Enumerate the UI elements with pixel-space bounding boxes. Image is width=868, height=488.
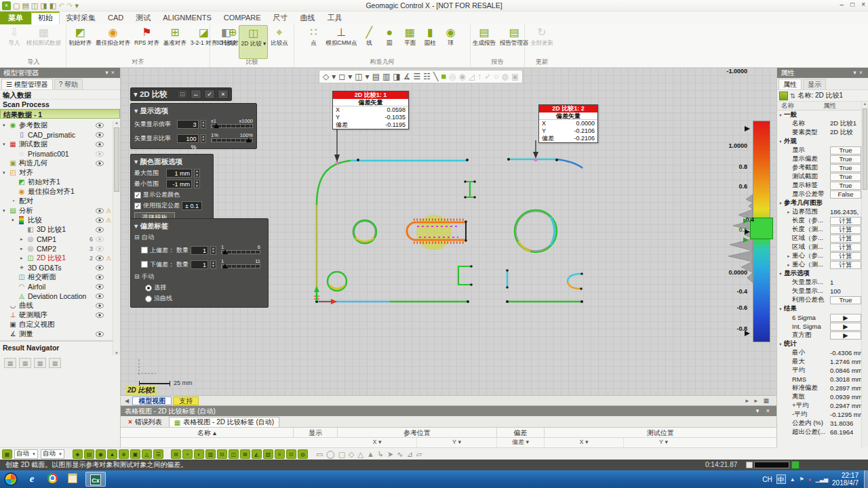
spinner[interactable]: ▴▾ bbox=[201, 120, 206, 129]
tool-icon[interactable]: ◎ bbox=[449, 70, 456, 83]
subcol-y[interactable]: Y ▾ bbox=[417, 438, 497, 448]
property-row[interactable]: 区域（参... 计算 bbox=[777, 234, 863, 243]
visibility-eye-icon[interactable] bbox=[96, 293, 104, 299]
result-navigator-header[interactable]: Result Navigator bbox=[0, 340, 113, 352]
shape-tool-icon[interactable]: ▭ bbox=[315, 449, 323, 459]
properties-header[interactable]: 属性 ▾× bbox=[777, 68, 868, 78]
vector-magnification-input[interactable]: 3 bbox=[177, 120, 199, 129]
notes-icon[interactable] bbox=[65, 473, 80, 485]
color-tool-icon[interactable]: ■ bbox=[441, 70, 446, 83]
property-row[interactable]: ▾ 外观 bbox=[777, 137, 863, 146]
tree-item[interactable]: ▾ 比较 ⚠ bbox=[0, 216, 113, 225]
tool-icon[interactable]: ◉ bbox=[459, 70, 466, 83]
tolerance-arrow-lower[interactable] bbox=[743, 237, 749, 243]
view-cube-icon[interactable]: ◻ bbox=[338, 70, 345, 83]
property-value[interactable]: True bbox=[830, 155, 861, 163]
chrome-icon[interactable] bbox=[45, 473, 60, 485]
clock[interactable]: 22:172018/4/7 bbox=[832, 472, 859, 487]
shape-tool-icon[interactable]: ∿ bbox=[396, 449, 403, 459]
nav-button[interactable]: ▦ bbox=[34, 358, 46, 368]
property-row[interactable]: 显示 True bbox=[777, 146, 863, 155]
expander-icon[interactable]: ▾ bbox=[777, 139, 784, 144]
tab-support[interactable]: 支持 bbox=[173, 396, 199, 405]
tool-icon[interactable]: ▲ bbox=[107, 449, 117, 459]
property-row[interactable]: 标准偏差 0.2897 mm bbox=[777, 384, 863, 392]
ok-check-icon[interactable]: ✓ bbox=[204, 89, 215, 99]
deviation-callout-2[interactable]: 2D 比较1: 2 偏差矢量 X0.0000Y-0.2106偏差-0.2106 bbox=[538, 104, 598, 143]
ribbon-tab[interactable]: 曲线 bbox=[294, 12, 321, 24]
tab-model-view[interactable]: 模型视图 bbox=[132, 396, 172, 405]
tree-item[interactable]: ▣ 自定义视图 ⚠ bbox=[0, 320, 113, 329]
property-value[interactable]: ▶ bbox=[830, 323, 861, 331]
ribbon-button[interactable]: ⚑RPS 对齐 bbox=[133, 25, 161, 59]
tolerance-input[interactable]: ± 0.1 bbox=[182, 201, 202, 210]
select-mode-dropdown[interactable]: ▾ bbox=[332, 70, 336, 83]
lasso-select-icon[interactable]: ◇ bbox=[323, 70, 329, 83]
select-radio[interactable] bbox=[145, 285, 152, 291]
use-specified-tolerance-checkbox[interactable]: ✓ bbox=[134, 203, 141, 209]
visibility-eye-icon[interactable] bbox=[96, 123, 104, 128]
tool-icon[interactable]: ◬ bbox=[142, 449, 152, 459]
auto-section-label[interactable]: ⊟ 自动 bbox=[134, 233, 264, 242]
property-value[interactable]: False bbox=[830, 190, 861, 199]
property-row[interactable]: ▸ 重心（测... 计算 bbox=[777, 260, 863, 269]
tab-model-manager[interactable]: ☰ 模型管理器 bbox=[1, 79, 53, 89]
ribbon-button[interactable]: ⇩导入 bbox=[5, 25, 24, 59]
visibility-eye-icon[interactable] bbox=[96, 161, 104, 166]
ribbon-button[interactable]: ↻全部更新 bbox=[529, 25, 555, 59]
tab-scroll-right-icons[interactable]: ▸ ▸ ▦ bbox=[745, 397, 771, 404]
tree-item[interactable]: ◧ 3D 比较1 ⚠ bbox=[0, 225, 113, 235]
property-row[interactable]: 直方图 ▶ bbox=[777, 331, 863, 340]
tree-item[interactable]: ▸ ◎ CMP2 3 ⚠ bbox=[0, 244, 113, 253]
visibility-eye-icon[interactable] bbox=[96, 151, 104, 157]
property-value[interactable]: 计算 bbox=[830, 261, 861, 269]
tool-icon[interactable]: ◉ bbox=[96, 449, 106, 459]
tolerance-arrow-upper[interactable] bbox=[743, 218, 749, 224]
tool-icon[interactable]: ◐ bbox=[194, 449, 204, 459]
property-value[interactable]: True bbox=[830, 182, 861, 190]
expander-icon[interactable]: ▾ bbox=[777, 306, 784, 312]
sort-icon[interactable]: ⇅ bbox=[790, 92, 795, 100]
upper-deviation-checkbox[interactable] bbox=[141, 247, 148, 253]
tree-item[interactable]: ◫ 相交断面 ⚠ bbox=[0, 272, 113, 282]
visibility-eye-icon[interactable] bbox=[96, 312, 104, 318]
expander-icon[interactable]: ▾ bbox=[777, 342, 784, 347]
property-value[interactable]: 1 bbox=[830, 279, 861, 286]
show-desktop-button[interactable] bbox=[864, 470, 868, 488]
tree-item[interactable]: ▾ ▦ 测试数据 ⚠ bbox=[0, 140, 113, 149]
property-row[interactable]: ▾ 显示选项 bbox=[777, 269, 863, 278]
nav-button[interactable]: ▦ bbox=[4, 358, 16, 368]
visibility-eye-icon[interactable] bbox=[96, 227, 104, 232]
ribbon-button[interactable]: ⊞基准对齐 bbox=[162, 25, 188, 59]
tab-error-list[interactable]: ×错误列表 bbox=[123, 417, 167, 427]
view-dropdown[interactable]: ▾ bbox=[348, 70, 352, 83]
ribbon-button[interactable]: ▮圆柱 bbox=[420, 25, 439, 59]
section-scan-process[interactable]: Scan Process bbox=[0, 100, 120, 109]
ribbon-button[interactable]: ▦平面 bbox=[400, 25, 419, 59]
tool-icon[interactable]: ◭ bbox=[252, 449, 262, 459]
tree-item[interactable]: ▾ ▤ 分析 ⚠ bbox=[0, 206, 113, 216]
ribbon-tab[interactable]: 工具 bbox=[321, 12, 349, 24]
tool-icon[interactable]: ◍ bbox=[502, 70, 509, 83]
minimize-button[interactable]: – bbox=[840, 1, 844, 8]
property-value[interactable]: 计算 bbox=[830, 235, 861, 243]
property-row[interactable]: 公差内 (%) 31.8036 bbox=[777, 419, 863, 428]
property-value[interactable]: 68.1964 bbox=[830, 428, 861, 436]
property-row[interactable]: 6 Sigma ▶ bbox=[777, 313, 863, 322]
property-row[interactable]: 区域（测... 计算 bbox=[777, 243, 863, 251]
control-x-taskbar-button[interactable]: Cx bbox=[85, 472, 106, 487]
show-tolerance-color-checkbox[interactable]: ✓ bbox=[134, 192, 141, 199]
upper-qty-input[interactable]: 1 bbox=[191, 246, 208, 255]
property-value[interactable]: ▶ bbox=[830, 331, 861, 340]
visibility-eye-icon[interactable] bbox=[96, 265, 104, 270]
pin-icon[interactable]: ▾ bbox=[853, 69, 859, 76]
shape-tool-icon[interactable]: ◯ bbox=[326, 449, 335, 459]
ribbon-tab[interactable]: 初始 bbox=[31, 12, 60, 24]
ribbon-button[interactable]: ∷点 bbox=[304, 25, 323, 59]
tree-item[interactable]: ◡ 曲线 ⚠ bbox=[0, 301, 113, 310]
property-value[interactable]: 2D 比较1 bbox=[830, 119, 861, 128]
measure-icon[interactable]: ∡ bbox=[403, 70, 411, 83]
section-result-data[interactable]: 结果数据 - 1 bbox=[0, 109, 120, 119]
close-button[interactable]: × bbox=[861, 1, 865, 8]
upper-qty-slider[interactable]: 1 6 bbox=[221, 244, 260, 256]
